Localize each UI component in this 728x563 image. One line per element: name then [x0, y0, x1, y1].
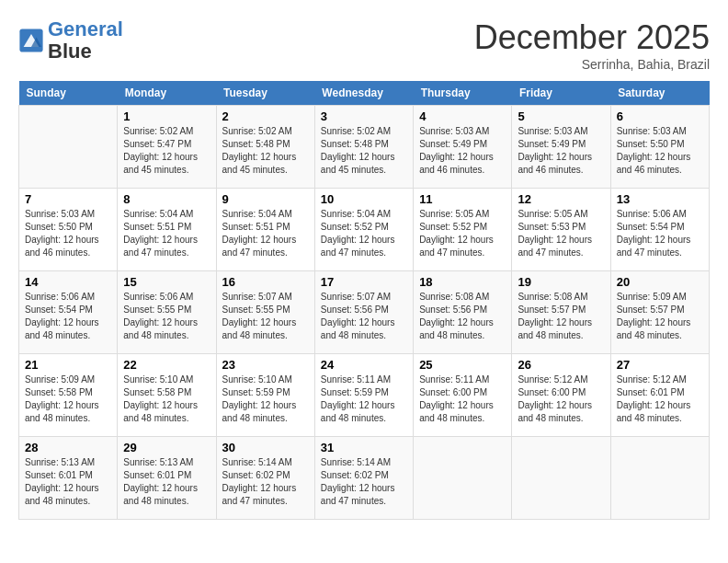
calendar-cell: [19, 106, 118, 189]
day-info: Sunrise: 5:13 AMSunset: 6:01 PMDaylight:…: [25, 456, 111, 508]
calendar-cell: 15Sunrise: 5:06 AMSunset: 5:55 PMDayligh…: [118, 271, 216, 354]
title-block: December 2025 Serrinha, Bahia, Brazil: [474, 18, 710, 72]
day-info: Sunrise: 5:12 AMSunset: 6:00 PMDaylight:…: [518, 373, 604, 425]
calendar-cell: 12Sunrise: 5:05 AMSunset: 5:53 PMDayligh…: [512, 189, 610, 271]
calendar-cell: 23Sunrise: 5:10 AMSunset: 5:59 PMDayligh…: [216, 354, 314, 437]
calendar-cell: 20Sunrise: 5:09 AMSunset: 5:57 PMDayligh…: [610, 271, 709, 354]
day-number: 31: [321, 441, 407, 454]
day-number: 22: [123, 358, 210, 372]
location-subtitle: Serrinha, Bahia, Brazil: [474, 57, 710, 72]
calendar-cell: 22Sunrise: 5:10 AMSunset: 5:58 PMDayligh…: [118, 354, 216, 437]
day-info: Sunrise: 5:14 AMSunset: 6:02 PMDaylight:…: [222, 456, 309, 508]
day-info: Sunrise: 5:06 AMSunset: 5:54 PMDaylight:…: [617, 208, 703, 259]
calendar-cell: 21Sunrise: 5:09 AMSunset: 5:58 PMDayligh…: [19, 354, 118, 437]
day-number: 1: [123, 109, 210, 123]
day-number: 23: [222, 358, 309, 372]
day-number: 18: [419, 275, 506, 289]
day-info: Sunrise: 5:14 AMSunset: 6:02 PMDaylight:…: [321, 456, 407, 508]
col-header-friday: Friday: [512, 81, 610, 106]
day-number: 14: [25, 275, 111, 289]
day-info: Sunrise: 5:06 AMSunset: 5:55 PMDaylight:…: [123, 291, 210, 342]
day-info: Sunrise: 5:02 AMSunset: 5:47 PMDaylight:…: [123, 125, 210, 177]
day-number: 7: [25, 192, 111, 206]
month-title: December 2025: [474, 18, 710, 57]
day-number: 4: [419, 109, 506, 123]
calendar-cell: 7Sunrise: 5:03 AMSunset: 5:50 PMDaylight…: [19, 189, 118, 271]
col-header-thursday: Thursday: [414, 81, 512, 106]
day-info: Sunrise: 5:11 AMSunset: 6:00 PMDaylight:…: [419, 373, 506, 425]
calendar-cell: 5Sunrise: 5:03 AMSunset: 5:49 PMDaylight…: [512, 106, 610, 189]
day-info: Sunrise: 5:08 AMSunset: 5:57 PMDaylight:…: [518, 291, 604, 342]
day-info: Sunrise: 5:02 AMSunset: 5:48 PMDaylight:…: [222, 125, 309, 177]
col-header-monday: Monday: [118, 81, 216, 106]
day-info: Sunrise: 5:03 AMSunset: 5:50 PMDaylight:…: [617, 125, 703, 177]
calendar-cell: 1Sunrise: 5:02 AMSunset: 5:47 PMDaylight…: [118, 106, 216, 189]
day-number: 2: [222, 109, 309, 123]
calendar-cell: 18Sunrise: 5:08 AMSunset: 5:56 PMDayligh…: [414, 271, 512, 354]
day-number: 20: [617, 275, 703, 289]
col-header-saturday: Saturday: [610, 81, 709, 106]
logo: GeneralBlue: [18, 18, 123, 63]
day-number: 25: [419, 358, 506, 372]
calendar-table: SundayMondayTuesdayWednesdayThursdayFrid…: [18, 81, 710, 520]
calendar-cell: 9Sunrise: 5:04 AMSunset: 5:51 PMDaylight…: [216, 189, 314, 271]
day-info: Sunrise: 5:06 AMSunset: 5:54 PMDaylight:…: [25, 291, 111, 342]
day-info: Sunrise: 5:12 AMSunset: 6:01 PMDaylight:…: [617, 373, 703, 425]
day-info: Sunrise: 5:05 AMSunset: 5:53 PMDaylight:…: [518, 208, 604, 259]
day-info: Sunrise: 5:09 AMSunset: 5:58 PMDaylight:…: [25, 373, 111, 425]
calendar-cell: 17Sunrise: 5:07 AMSunset: 5:56 PMDayligh…: [314, 271, 413, 354]
logo-text: GeneralBlue: [48, 18, 123, 63]
calendar-cell: 2Sunrise: 5:02 AMSunset: 5:48 PMDaylight…: [216, 106, 314, 189]
day-info: Sunrise: 5:03 AMSunset: 5:49 PMDaylight:…: [419, 125, 506, 177]
day-info: Sunrise: 5:10 AMSunset: 5:59 PMDaylight:…: [222, 373, 309, 425]
day-number: 10: [321, 192, 407, 206]
day-number: 30: [222, 441, 309, 454]
col-header-tuesday: Tuesday: [216, 81, 314, 106]
calendar-week-row: 7Sunrise: 5:03 AMSunset: 5:50 PMDaylight…: [19, 189, 710, 271]
day-info: Sunrise: 5:09 AMSunset: 5:57 PMDaylight:…: [617, 291, 703, 342]
calendar-header-row: SundayMondayTuesdayWednesdayThursdayFrid…: [19, 81, 710, 106]
calendar-week-row: 1Sunrise: 5:02 AMSunset: 5:47 PMDaylight…: [19, 106, 710, 189]
day-number: 19: [518, 275, 604, 289]
col-header-sunday: Sunday: [19, 81, 118, 106]
day-number: 9: [222, 192, 309, 206]
day-number: 12: [518, 192, 604, 206]
calendar-cell: 31Sunrise: 5:14 AMSunset: 6:02 PMDayligh…: [314, 437, 413, 520]
calendar-cell: 30Sunrise: 5:14 AMSunset: 6:02 PMDayligh…: [216, 437, 314, 520]
col-header-wednesday: Wednesday: [314, 81, 413, 106]
day-number: 29: [123, 441, 210, 454]
calendar-cell: 28Sunrise: 5:13 AMSunset: 6:01 PMDayligh…: [19, 437, 118, 520]
day-number: 26: [518, 358, 604, 372]
day-info: Sunrise: 5:05 AMSunset: 5:52 PMDaylight:…: [419, 208, 506, 259]
day-number: 13: [617, 192, 703, 206]
calendar-cell: 8Sunrise: 5:04 AMSunset: 5:51 PMDaylight…: [118, 189, 216, 271]
page-header: GeneralBlue December 2025 Serrinha, Bahi…: [18, 18, 710, 72]
day-info: Sunrise: 5:03 AMSunset: 5:49 PMDaylight:…: [518, 125, 604, 177]
day-number: 11: [419, 192, 506, 206]
day-number: 24: [321, 358, 407, 372]
calendar-cell: 14Sunrise: 5:06 AMSunset: 5:54 PMDayligh…: [19, 271, 118, 354]
calendar-cell: 24Sunrise: 5:11 AMSunset: 5:59 PMDayligh…: [314, 354, 413, 437]
day-number: 28: [25, 441, 111, 454]
day-number: 21: [25, 358, 111, 372]
calendar-cell: 29Sunrise: 5:13 AMSunset: 6:01 PMDayligh…: [118, 437, 216, 520]
day-info: Sunrise: 5:04 AMSunset: 5:51 PMDaylight:…: [222, 208, 309, 259]
calendar-cell: 4Sunrise: 5:03 AMSunset: 5:49 PMDaylight…: [414, 106, 512, 189]
day-info: Sunrise: 5:07 AMSunset: 5:55 PMDaylight:…: [222, 291, 309, 342]
calendar-cell: 16Sunrise: 5:07 AMSunset: 5:55 PMDayligh…: [216, 271, 314, 354]
calendar-cell: 10Sunrise: 5:04 AMSunset: 5:52 PMDayligh…: [314, 189, 413, 271]
day-number: 5: [518, 109, 604, 123]
day-info: Sunrise: 5:08 AMSunset: 5:56 PMDaylight:…: [419, 291, 506, 342]
calendar-cell: 25Sunrise: 5:11 AMSunset: 6:00 PMDayligh…: [414, 354, 512, 437]
calendar-cell: [414, 437, 512, 520]
calendar-cell: 6Sunrise: 5:03 AMSunset: 5:50 PMDaylight…: [610, 106, 709, 189]
calendar-week-row: 14Sunrise: 5:06 AMSunset: 5:54 PMDayligh…: [19, 271, 710, 354]
day-number: 15: [123, 275, 210, 289]
calendar-cell: 19Sunrise: 5:08 AMSunset: 5:57 PMDayligh…: [512, 271, 610, 354]
day-info: Sunrise: 5:02 AMSunset: 5:48 PMDaylight:…: [321, 125, 407, 177]
day-info: Sunrise: 5:13 AMSunset: 6:01 PMDaylight:…: [123, 456, 210, 508]
day-number: 16: [222, 275, 309, 289]
day-info: Sunrise: 5:04 AMSunset: 5:51 PMDaylight:…: [123, 208, 210, 259]
calendar-week-row: 21Sunrise: 5:09 AMSunset: 5:58 PMDayligh…: [19, 354, 710, 437]
day-number: 8: [123, 192, 210, 206]
